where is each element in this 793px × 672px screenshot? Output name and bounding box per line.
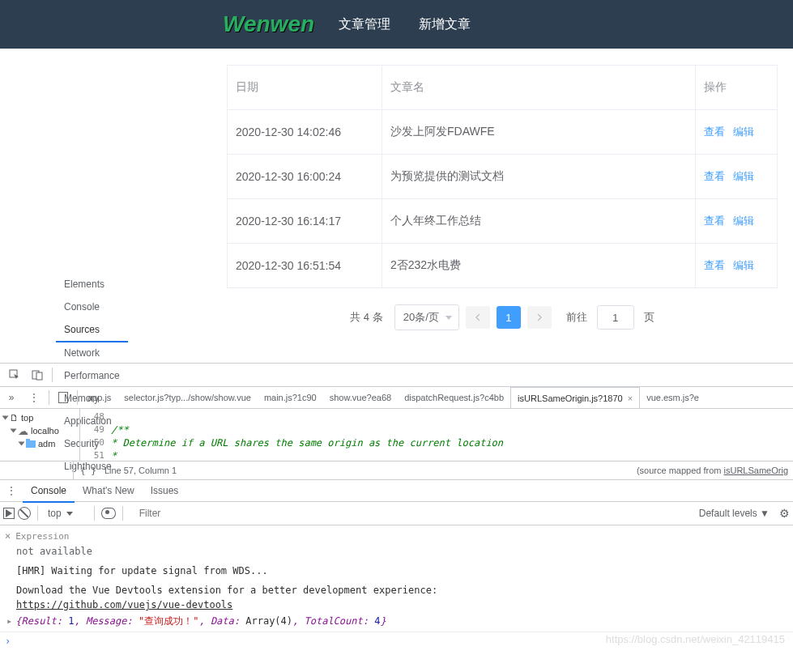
table-row: 2020-12-30 14:02:46沙发上阿发FDAWFE查看编辑	[228, 110, 778, 155]
view-link[interactable]: 查看	[704, 170, 725, 182]
cell-name: 个人年终工作总结	[382, 199, 696, 244]
clear-console-icon[interactable]	[18, 507, 31, 520]
table-row: 2020-12-30 16:14:17个人年终工作总结查看编辑	[228, 199, 778, 244]
file-tab[interactable]: show.vue?ea68	[323, 387, 398, 408]
article-table: 日期 文章名 操作 2020-12-30 14:02:46沙发上阿发FDAWFE…	[227, 65, 778, 288]
page-prev-button[interactable]	[466, 306, 490, 329]
cloud-icon: ☁	[18, 425, 28, 437]
cursor-position: Line 57, Column 1	[104, 466, 177, 475]
nav-link-new-article[interactable]: 新增文章	[419, 16, 471, 33]
goto-label: 前往	[566, 310, 587, 325]
view-link[interactable]: 查看	[704, 215, 725, 227]
devtools-tab-sources[interactable]: Sources	[56, 318, 128, 342]
run-icon[interactable]	[3, 508, 15, 519]
file-tab[interactable]: isURLSameOrigin.js?1870×	[510, 387, 640, 408]
cell-date: 2020-12-30 16:00:24	[228, 155, 382, 199]
edit-link[interactable]: 编辑	[733, 170, 754, 182]
edit-link[interactable]: 编辑	[733, 259, 754, 271]
cell-name: 2否232水电费	[382, 244, 696, 288]
more-tabs-icon[interactable]: »	[0, 392, 23, 403]
cell-ops: 查看编辑	[696, 155, 778, 199]
log-line: Download the Vue Devtools extension for …	[16, 583, 788, 598]
file-tree[interactable]: 🗋top ☁localho adm	[0, 409, 80, 461]
cell-date: 2020-12-30 14:02:46	[228, 110, 382, 155]
file-tab[interactable]: app.js	[81, 387, 117, 408]
cell-ops: 查看编辑	[696, 110, 778, 155]
pagination: 共 4 条 20条/页 1 前往 页	[227, 304, 778, 330]
console-output[interactable]: ×Expression not available [HMR] Waiting …	[0, 525, 793, 632]
tree-caret-icon[interactable]	[2, 416, 9, 420]
expression-value: not available	[16, 544, 788, 559]
folder-icon	[26, 440, 36, 448]
page-total: 共 4 条	[350, 310, 382, 325]
table-row: 2020-12-30 16:51:542否232水电费查看编辑	[228, 244, 778, 288]
drawer-tab-issues[interactable]: Issues	[143, 480, 187, 501]
devtools-tab-network[interactable]: Network	[56, 342, 128, 364]
navbar: Wenwen 文章管理 新增文章	[0, 0, 793, 49]
expression-label: Expression	[15, 531, 69, 542]
expand-caret-icon[interactable]: ▸	[6, 615, 12, 627]
log-levels-select[interactable]: Default levels ▼	[693, 508, 776, 519]
devtools-tab-performance[interactable]: Performance	[56, 364, 128, 387]
view-link[interactable]: 查看	[704, 259, 725, 271]
page-next-button[interactable]	[527, 306, 552, 329]
tree-caret-icon[interactable]	[11, 429, 17, 433]
edit-link[interactable]: 编辑	[733, 125, 754, 138]
console-toolbar: top Default levels ▼ ⚙	[0, 502, 793, 525]
close-tab-icon[interactable]: ×	[628, 393, 633, 403]
drawer-tab-what-s-new[interactable]: What's New	[75, 480, 143, 501]
log-object[interactable]: ▸{Result: 1, Message: "查询成功！", Data: Arr…	[6, 614, 788, 628]
inspect-icon[interactable]	[3, 369, 26, 381]
view-link[interactable]: 查看	[704, 125, 725, 138]
page-size-select[interactable]: 20条/页	[394, 304, 459, 330]
console-prompt[interactable]: ›	[0, 632, 793, 650]
page-icon[interactable]	[56, 390, 70, 405]
devtools-tab-elements[interactable]: Elements	[56, 273, 128, 296]
page-number-button[interactable]: 1	[497, 306, 521, 329]
log-line: [HMR] Waiting for update signal from WDS…	[16, 564, 788, 578]
main-content: 日期 文章名 操作 2020-12-30 14:02:46沙发上阿发FDAWFE…	[227, 49, 778, 330]
cell-name: 沙发上阿发FDAWFE	[382, 110, 696, 155]
log-link[interactable]: https://github.com/vuejs/vue-devtools	[16, 599, 232, 610]
live-expression-icon[interactable]	[101, 508, 116, 519]
brand-logo[interactable]: Wenwen	[223, 11, 314, 37]
devtools-panel: ElementsConsoleSourcesNetworkPerformance…	[0, 363, 793, 650]
code-line: *	[111, 449, 793, 461]
file-tab[interactable]: main.js?1c90	[258, 387, 323, 408]
code-editor[interactable]: 48495051 /** * Determine if a URL shares…	[80, 409, 793, 461]
goto-suffix: 页	[644, 310, 654, 325]
th-name: 文章名	[382, 66, 696, 110]
console-filter-input[interactable]	[134, 505, 684, 522]
cell-name: 为预览提供的测试文档	[382, 155, 696, 199]
kebab-icon[interactable]: ⋮	[23, 392, 45, 403]
file-tab[interactable]: selector.js?typ.../show/show.vue	[117, 387, 258, 408]
device-toggle-icon[interactable]	[26, 369, 49, 381]
source-file-tabs: » ⋮ app.jsselector.js?typ.../show/show.v…	[0, 387, 793, 409]
drawer-tab-console[interactable]: Console	[23, 480, 75, 503]
th-date: 日期	[228, 66, 382, 110]
cell-date: 2020-12-30 16:51:54	[228, 244, 382, 288]
drawer-tabs: ⋮ ConsoleWhat's NewIssues	[0, 480, 793, 502]
cell-ops: 查看编辑	[696, 199, 778, 244]
cell-date: 2020-12-30 16:14:17	[228, 199, 382, 244]
goto-input[interactable]	[597, 305, 634, 330]
tree-caret-icon[interactable]	[19, 442, 25, 446]
code-line	[111, 410, 793, 423]
code-line: * Determine if a URL shares the same ori…	[111, 436, 793, 449]
pretty-print-icon[interactable]: { }	[80, 466, 96, 476]
nav-link-articles[interactable]: 文章管理	[339, 16, 390, 33]
kebab-icon[interactable]: ⋮	[0, 485, 23, 496]
source-mapped-label: (source mapped from isURLSameOrig	[632, 466, 793, 475]
context-select[interactable]: top	[45, 506, 87, 521]
devtools-tab-console[interactable]: Console	[56, 296, 128, 318]
th-ops: 操作	[696, 66, 778, 110]
code-line: /**	[111, 423, 793, 436]
file-tab[interactable]: vue.esm.js?e	[640, 387, 706, 408]
settings-icon[interactable]: ⚙	[779, 507, 790, 520]
file-tab[interactable]: dispatchRequest.js?c4bb	[398, 387, 510, 408]
edit-link[interactable]: 编辑	[733, 215, 754, 227]
close-expression-icon[interactable]: ×	[5, 530, 11, 542]
cell-ops: 查看编辑	[696, 244, 778, 288]
svg-rect-2	[36, 372, 42, 380]
source-map-link[interactable]: isURLSameOrig	[724, 466, 788, 475]
